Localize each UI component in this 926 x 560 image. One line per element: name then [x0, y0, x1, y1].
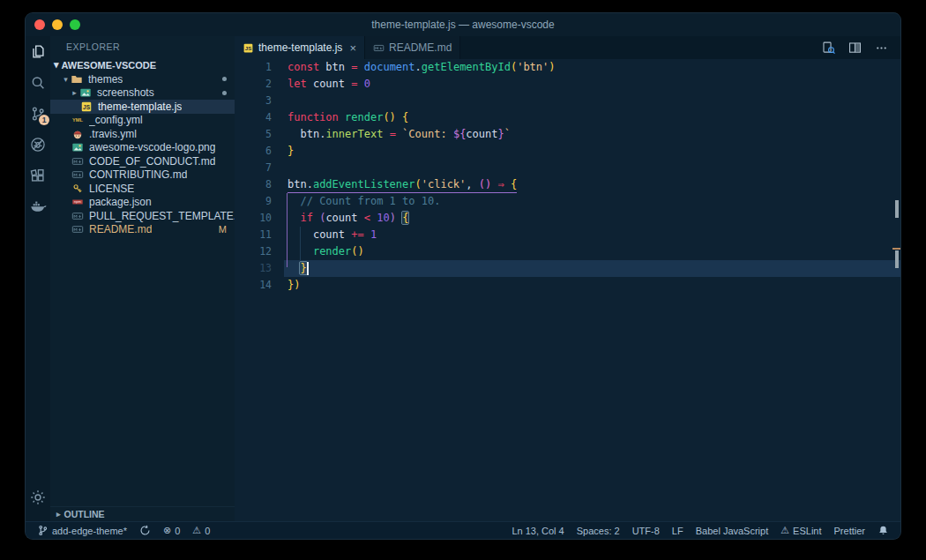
- line-number: 8: [235, 176, 284, 193]
- file-row-themes[interactable]: ▾themes: [50, 72, 235, 86]
- close-window-button[interactable]: [34, 19, 45, 30]
- file-label: LICENSE: [89, 183, 134, 195]
- file-label: themes: [88, 73, 123, 86]
- code-tokens: const btn = document.getElementById('btn…: [288, 59, 556, 76]
- activity-extensions-icon[interactable]: [26, 160, 50, 190]
- line-number: 6: [235, 143, 284, 160]
- status-eslint[interactable]: ⚠ESLint: [774, 525, 827, 536]
- eslint-icon: ⚠: [780, 525, 789, 536]
- outline-section-header[interactable]: ▸ OUTLINE: [50, 506, 235, 521]
- status-sync-changes[interactable]: [133, 525, 157, 536]
- tab-bar: JStheme-template.js×README.md: [235, 36, 900, 59]
- activity-docker-icon[interactable]: [26, 190, 50, 221]
- folder-section-header[interactable]: ▾ AWESOME-VSCODE: [50, 57, 235, 72]
- file-row-contributing-md[interactable]: CONTRIBUTING.md: [50, 168, 235, 183]
- file-row--config-yml[interactable]: YML_config.yml: [50, 114, 235, 128]
- activity-explorer-icon[interactable]: [26, 36, 50, 67]
- open-preview-icon[interactable]: [821, 41, 836, 56]
- chevron-down-icon: ▾: [61, 75, 71, 84]
- file-label: theme-template.js: [98, 101, 182, 113]
- activity-search-icon[interactable]: [26, 67, 50, 98]
- file-tree: ▾themes▸screenshotsJStheme-template.jsYM…: [50, 72, 235, 506]
- status-indentation[interactable]: Spaces: 2: [571, 526, 626, 536]
- code-tokens: function render() {: [288, 109, 408, 126]
- warnings-icon: ⚠: [192, 525, 201, 536]
- status-errors[interactable]: ⊗0: [157, 525, 186, 536]
- activity-bar: 1: [26, 36, 50, 521]
- code-tokens: if (count < 10) {: [288, 210, 408, 227]
- status-encoding[interactable]: UTF-8: [626, 526, 666, 536]
- status-label: Spaces: 2: [577, 526, 620, 536]
- vscode-window: theme-template.js — awesome-vscode 1 EXP…: [25, 12, 901, 540]
- file-row-license[interactable]: LICENSE: [50, 182, 235, 196]
- code-editor[interactable]: 1const btn = document.getElementById('bt…: [235, 59, 900, 521]
- chevron-down-icon: ▾: [54, 59, 59, 71]
- code-tokens: }: [288, 143, 294, 160]
- overview-ruler-mark[interactable]: [895, 250, 899, 268]
- md-file-icon: [71, 168, 85, 181]
- image-file-icon: [71, 141, 85, 153]
- code-line-12: 12 render(): [235, 243, 900, 260]
- file-label: CONTRIBUTING.md: [89, 168, 187, 181]
- code-tokens: count += 1: [288, 227, 377, 243]
- close-tab-icon[interactable]: ×: [349, 41, 356, 55]
- status-eol[interactable]: LF: [666, 526, 690, 536]
- line-number: 4: [235, 109, 284, 126]
- git-status-dot: [222, 91, 227, 95]
- code-tokens: // Count from 1 to 10.: [288, 193, 440, 210]
- key-file-icon: [71, 183, 85, 195]
- overview-ruler-cursor-mark[interactable]: [892, 248, 900, 250]
- tab-theme-template[interactable]: JStheme-template.js×: [235, 36, 365, 59]
- svg-text:JS: JS: [245, 45, 251, 51]
- status-label: Ln 13, Col 4: [512, 526, 564, 536]
- file-label: awesome-vscode-logo.png: [89, 141, 215, 153]
- status-label: Prettier: [834, 526, 865, 536]
- zoom-window-button[interactable]: [70, 19, 80, 30]
- window-title: theme-template.js — awesome-vscode: [371, 19, 554, 31]
- overview-ruler-mark[interactable]: [895, 200, 899, 218]
- more-actions-icon[interactable]: [874, 41, 889, 56]
- status-language-mode[interactable]: Babel JavaScript: [690, 526, 775, 536]
- status-warnings[interactable]: ⚠0: [186, 525, 216, 536]
- status-prettier[interactable]: Prettier: [828, 526, 871, 536]
- status-notifications[interactable]: [871, 525, 895, 536]
- status-label: 0: [205, 526, 210, 536]
- scm-badge: 1: [39, 115, 49, 125]
- status-git-branch[interactable]: add-edge-theme*: [31, 525, 133, 536]
- title-bar: theme-template.js — awesome-vscode: [26, 13, 900, 36]
- md-file-icon: [373, 42, 385, 54]
- file-label: package.json: [89, 196, 152, 208]
- file-row-screenshots[interactable]: ▸screenshots: [50, 86, 235, 101]
- status-label: 0: [175, 526, 180, 536]
- tab-readme[interactable]: README.md: [365, 36, 460, 59]
- file-row-readme-md[interactable]: README.mdM: [50, 223, 235, 237]
- md-file-icon: [71, 155, 85, 168]
- activity-source-control-icon[interactable]: 1: [26, 98, 50, 129]
- editor-group: JStheme-template.js×README.md 1const btn…: [235, 36, 900, 521]
- git-status-dot: [222, 77, 227, 81]
- svg-text:npm: npm: [74, 200, 81, 205]
- npm-file-icon: npm: [71, 196, 85, 208]
- code-line-1: 1const btn = document.getElementById('bt…: [235, 59, 900, 76]
- file-row-awesome-vscode-logo-png[interactable]: awesome-vscode-logo.png: [50, 141, 235, 155]
- code-line-13: 13 }: [235, 260, 900, 277]
- code-line-14: 14}): [235, 277, 900, 294]
- chevron-right-icon: ▸: [70, 88, 79, 97]
- activity-settings-icon[interactable]: [26, 482, 50, 512]
- file-row--travis-yml[interactable]: .travis.yml: [50, 127, 235, 141]
- file-row-code-of-conduct-md[interactable]: CODE_OF_CONDUCT.md: [50, 154, 235, 168]
- code-tokens: }): [288, 277, 300, 294]
- split-editor-icon[interactable]: [848, 41, 863, 56]
- file-row-theme-template-js[interactable]: JStheme-template.js: [50, 100, 235, 114]
- file-row-package-json[interactable]: npmpackage.json: [50, 196, 235, 210]
- chevron-right-icon: ▸: [56, 510, 61, 519]
- activity-debug-disabled-icon[interactable]: [26, 129, 50, 160]
- file-row-pull-request-template-md[interactable]: PULL_REQUEST_TEMPLATE.md: [50, 209, 235, 223]
- line-number: 9: [235, 193, 284, 210]
- traffic-lights: [34, 13, 80, 36]
- minimize-window-button[interactable]: [52, 19, 63, 30]
- status-cursor-position[interactable]: Ln 13, Col 4: [505, 526, 570, 536]
- travis-file-icon: [71, 128, 85, 140]
- svg-text:JS: JS: [83, 104, 91, 110]
- code-tokens: render(): [288, 243, 364, 260]
